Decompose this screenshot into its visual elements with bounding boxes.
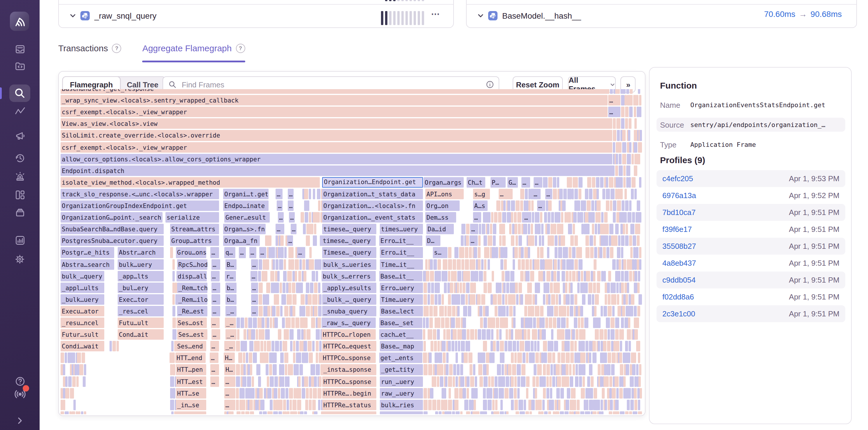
flame-frame[interactable]: … [250, 271, 257, 281]
flame-frame-small[interactable] [550, 317, 552, 328]
flame-frame-small[interactable] [637, 306, 640, 316]
flame-frame-small[interactable] [269, 411, 273, 414]
flame-frame-small[interactable] [247, 376, 251, 387]
flame-frame-small[interactable] [380, 411, 423, 414]
flame-frame-small[interactable] [285, 364, 287, 375]
flame-frame-small[interactable] [266, 282, 270, 293]
flame-frame[interactable]: … [239, 247, 246, 258]
flame-frame-small[interactable] [268, 306, 270, 316]
flame-frame-small[interactable] [603, 271, 606, 281]
flame-frame-small[interactable] [630, 399, 634, 410]
flame-frame[interactable]: … [469, 236, 478, 246]
flame-frame-small[interactable] [635, 224, 640, 234]
sidebar-item-releases[interactable] [0, 152, 40, 164]
flame-frame-small[interactable] [529, 353, 535, 363]
flame-frame-small[interactable] [623, 353, 630, 363]
flame-frame-small[interactable] [482, 329, 486, 340]
flame-frame-small[interactable] [561, 224, 563, 234]
flame-frame-small[interactable] [631, 189, 634, 199]
flame-frame[interactable]: _bul…ery [118, 282, 164, 293]
flame-frame-small[interactable] [580, 364, 582, 375]
flame-frame-small[interactable] [517, 329, 520, 340]
flame-frame-small[interactable] [285, 341, 287, 351]
flame-frame[interactable]: bulk_…query [61, 271, 104, 281]
flame-frame-small[interactable] [264, 341, 266, 351]
flame-frame-small[interactable] [74, 364, 77, 375]
flame-frame-small[interactable] [495, 399, 497, 410]
flame-frame[interactable]: bulk…ries [380, 399, 423, 410]
flame-frame-small[interactable] [565, 282, 567, 293]
flame-frame-small[interactable] [593, 282, 596, 293]
flame-frame-small[interactable] [608, 271, 611, 281]
flame-frame-small[interactable] [590, 247, 594, 258]
flame-frame-small[interactable] [296, 341, 299, 351]
flame-frame-small[interactable] [638, 341, 640, 351]
flame-frame-small[interactable] [241, 317, 244, 328]
flame-frame-small[interactable] [618, 189, 620, 199]
flame-frame[interactable]: … [278, 212, 284, 222]
flame-frame-small[interactable] [504, 364, 507, 375]
flame-frame-small[interactable] [478, 294, 480, 305]
flame-frame-small[interactable] [586, 341, 588, 351]
flame-frame-small[interactable] [633, 95, 639, 105]
flame-frame-small[interactable] [284, 259, 286, 270]
flame-frame-small[interactable] [626, 364, 629, 375]
flame-frame-small[interactable] [638, 353, 640, 363]
profile-id-link[interactable]: 7bd10ca7 [662, 208, 695, 217]
flame-frame[interactable]: … [210, 376, 219, 387]
flame-frame-small[interactable] [117, 341, 119, 351]
flame-frame-small[interactable] [309, 353, 313, 363]
flame-frame-small[interactable] [611, 189, 615, 199]
flame-frame-small[interactable] [259, 282, 263, 293]
flame-frame-small[interactable] [479, 271, 483, 281]
flame-frame[interactable]: _Re…est [177, 306, 207, 316]
flame-frame[interactable]: … [499, 189, 513, 199]
flame-frame-small[interactable] [474, 247, 477, 258]
flame-frame-small[interactable] [536, 376, 539, 387]
flame-frame-small[interactable] [609, 376, 612, 387]
flame-frame-small[interactable] [302, 353, 308, 363]
flame-frame-small[interactable] [428, 388, 430, 398]
flame-frame-small[interactable] [540, 306, 544, 316]
flame-frame-small[interactable] [622, 142, 626, 152]
flame-frame[interactable]: HTTPCo…rlopen [321, 329, 376, 340]
flame-frame-small[interactable] [542, 329, 546, 340]
flame-frame-small[interactable] [483, 341, 487, 351]
flame-frame-small[interactable] [623, 259, 626, 270]
flame-frame-small[interactable] [282, 376, 284, 387]
flame-frame-small[interactable] [65, 376, 68, 387]
flame-frame-small[interactable] [559, 294, 561, 305]
flame-frame-small[interactable] [539, 329, 542, 340]
flame-frame-small[interactable] [288, 259, 291, 270]
flame-frame-small[interactable] [631, 388, 634, 398]
flame-frame-small[interactable] [575, 236, 578, 246]
flame-frame-small[interactable] [245, 411, 249, 414]
flame-frame-small[interactable] [81, 411, 83, 414]
flame-frame-small[interactable] [538, 399, 542, 410]
flame-frame-small[interactable] [545, 177, 548, 188]
flame-frame-small[interactable] [485, 306, 489, 316]
profile-row[interactable]: 6976a13aApr 1, 9:52 PM [656, 187, 845, 204]
flame-frame-small[interactable] [509, 306, 513, 316]
flame-frame-small[interactable] [311, 317, 315, 328]
flame-frame[interactable]: HTTPCo…sponse [322, 376, 376, 387]
flame-frame-small[interactable] [545, 317, 548, 328]
flame-frame-small[interactable] [622, 154, 626, 164]
flame-frame-small[interactable] [173, 271, 175, 281]
flame-frame-small[interactable] [280, 353, 284, 363]
flame-frame-small[interactable] [551, 212, 554, 222]
flame-frame[interactable]: … [251, 294, 258, 305]
flame-frame-small[interactable] [279, 364, 281, 375]
flame-frame-small[interactable] [515, 224, 517, 234]
flame-frame-small[interactable] [625, 201, 628, 211]
flame-frame-small[interactable] [606, 201, 609, 211]
flame-frame-small[interactable] [489, 388, 492, 398]
flame-frame-small[interactable] [576, 329, 579, 340]
flame-frame-small[interactable] [453, 259, 456, 270]
flame-frame-small[interactable] [568, 224, 572, 234]
flame-frame-small[interactable] [300, 364, 303, 375]
flame-frame-small[interactable] [484, 247, 489, 258]
flame-frame-small[interactable] [446, 353, 448, 363]
flame-frame-small[interactable] [616, 154, 618, 164]
flame-frame-small[interactable] [482, 224, 485, 234]
